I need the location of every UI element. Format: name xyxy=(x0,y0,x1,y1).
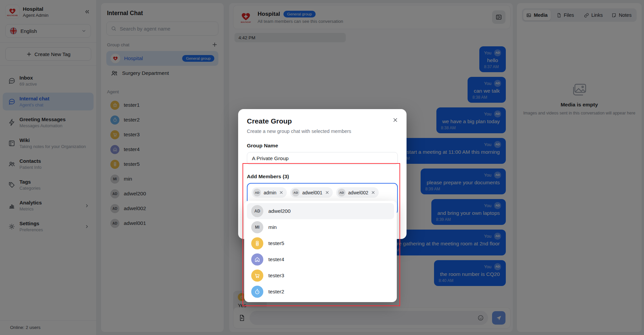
remove-member-icon[interactable] xyxy=(371,190,375,195)
dropdown-item-name: tester3 xyxy=(268,273,284,279)
cart-icon xyxy=(254,272,261,279)
remove-member-icon[interactable] xyxy=(325,190,329,195)
dropdown-item-min[interactable]: MI min xyxy=(247,219,394,235)
remove-member-icon[interactable] xyxy=(279,190,283,195)
dropdown-item-tester4[interactable]: tester4 xyxy=(247,251,394,268)
modal-subtitle: Create a new group chat with selected me… xyxy=(247,129,398,134)
dropdown-item-name: tester2 xyxy=(268,289,284,295)
group-name-label: Group Name xyxy=(247,143,398,149)
member-chip-adwel002[interactable]: AD adwel002 xyxy=(336,187,379,198)
chip-name: adwel002 xyxy=(348,190,368,195)
close-icon xyxy=(392,117,398,123)
close-modal-button[interactable] xyxy=(391,116,399,124)
chip-avatar: AD xyxy=(292,189,300,196)
chip-name: adwel001 xyxy=(302,190,322,195)
dropdown-item-name: adwel200 xyxy=(268,208,290,214)
tester2-avatar xyxy=(251,286,263,298)
member-chip-adwel001[interactable]: AD adwel001 xyxy=(290,187,333,198)
adwel200-avatar: AD xyxy=(251,205,263,217)
add-members-label: Add Members (3) xyxy=(247,174,398,180)
dropdown-item-tester5[interactable]: tester5 xyxy=(247,235,394,251)
member-chip-admin[interactable]: AD admin xyxy=(252,187,287,198)
modal-title: Create Group xyxy=(247,117,398,125)
speaker-icon xyxy=(254,240,261,247)
dropdown-item-tester3[interactable]: tester3 xyxy=(247,268,394,284)
min-avatar: MI xyxy=(251,221,263,233)
dropdown-item-name: min xyxy=(268,224,277,230)
tester3-avatar xyxy=(251,270,263,282)
chip-avatar: AD xyxy=(253,189,261,196)
chip-name: admin xyxy=(264,190,276,195)
tester5-avatar xyxy=(251,237,263,249)
dropdown-item-name: tester4 xyxy=(268,256,284,262)
dropdown-item-name: tester5 xyxy=(268,240,284,246)
members-dropdown: AD adwel200 MI min tester5 tester4 teste… xyxy=(244,201,397,302)
home-icon xyxy=(254,256,261,263)
dropdown-item-adwel200[interactable]: AD adwel200 xyxy=(247,203,394,219)
stopwatch-icon xyxy=(254,288,261,295)
tester4-avatar xyxy=(251,253,263,266)
dropdown-item-tester2[interactable]: tester2 xyxy=(247,284,394,300)
group-name-input[interactable] xyxy=(247,152,398,165)
chip-avatar: AD xyxy=(338,189,345,196)
